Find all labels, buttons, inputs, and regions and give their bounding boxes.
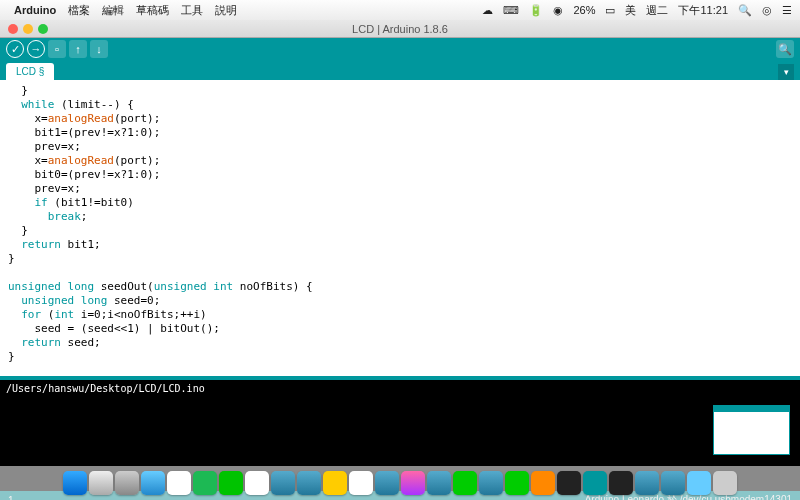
dock-app4[interactable] xyxy=(531,471,555,495)
zoom-button[interactable] xyxy=(38,24,48,34)
battery-icon[interactable]: 🔋 xyxy=(529,4,543,17)
code-editor[interactable]: } while (limit--) { x=analogRead(port); … xyxy=(0,80,800,376)
clock[interactable]: 下午11:21 xyxy=(678,3,728,18)
dock-notes[interactable] xyxy=(323,471,347,495)
dock-calendar[interactable] xyxy=(245,471,269,495)
spotlight-icon[interactable]: 🔍 xyxy=(738,4,752,17)
siri-icon[interactable]: ◎ xyxy=(762,4,772,17)
dock-photos[interactable] xyxy=(349,471,373,495)
dock-itunes[interactable] xyxy=(401,471,425,495)
window-title: LCD | Arduino 1.8.6 xyxy=(352,23,448,35)
open-button[interactable]: ↑ xyxy=(69,40,87,58)
new-button[interactable]: ▫ xyxy=(48,40,66,58)
dock-finder[interactable] xyxy=(63,471,87,495)
notifications-icon[interactable]: ☰ xyxy=(782,4,792,17)
dock-line[interactable] xyxy=(219,471,243,495)
dock-terminal[interactable] xyxy=(609,471,633,495)
menu-file[interactable]: 檔案 xyxy=(68,3,90,18)
dock-app6[interactable] xyxy=(661,471,685,495)
wifi-icon[interactable]: ◉ xyxy=(553,4,563,17)
minimize-button[interactable] xyxy=(23,24,33,34)
dock-safari[interactable] xyxy=(141,471,165,495)
tab-menu-button[interactable]: ▾ xyxy=(778,64,794,80)
battery-bar-icon: ▭ xyxy=(605,4,615,17)
tab-bar: LCD § ▾ xyxy=(0,60,800,80)
dock-facetime[interactable] xyxy=(453,471,477,495)
ime-indicator[interactable]: 美 xyxy=(625,3,636,18)
dock-appstore[interactable] xyxy=(375,471,399,495)
save-button[interactable]: ↓ xyxy=(90,40,108,58)
dock-settings[interactable] xyxy=(115,471,139,495)
window-titlebar: LCD | Arduino 1.8.6 xyxy=(0,20,800,38)
app-name[interactable]: Arduino xyxy=(14,4,56,16)
dock-spotify[interactable] xyxy=(193,471,217,495)
serial-monitor-button[interactable]: 🔍 xyxy=(776,40,794,58)
dock-arduino[interactable] xyxy=(583,471,607,495)
bluetooth-icon[interactable]: ⌨ xyxy=(503,4,519,17)
dock-app2[interactable] xyxy=(297,471,321,495)
dock-mail[interactable] xyxy=(427,471,451,495)
dock-messages[interactable] xyxy=(505,471,529,495)
arduino-toolbar: ✓ → ▫ ↑ ↓ 🔍 xyxy=(0,38,800,60)
menu-sketch[interactable]: 草稿碼 xyxy=(136,3,169,18)
verify-button[interactable]: ✓ xyxy=(6,40,24,58)
dock-trash[interactable] xyxy=(713,471,737,495)
macos-dock xyxy=(0,466,800,500)
menu-edit[interactable]: 編輯 xyxy=(102,3,124,18)
dock-chrome[interactable] xyxy=(167,471,191,495)
close-button[interactable] xyxy=(8,24,18,34)
dock-app5[interactable] xyxy=(635,471,659,495)
console-path: /Users/hanswu/Desktop/LCD/LCD.ino xyxy=(6,383,794,394)
menu-help[interactable]: 説明 xyxy=(215,3,237,18)
cloud-icon[interactable]: ☁ xyxy=(482,4,493,17)
dock-app3[interactable] xyxy=(479,471,503,495)
macos-menubar: Arduino 檔案 編輯 草稿碼 工具 説明 ☁ ⌨ 🔋 ◉ 26% ▭ 美 … xyxy=(0,0,800,20)
day-label: 週二 xyxy=(646,3,668,18)
menu-tools[interactable]: 工具 xyxy=(181,3,203,18)
battery-pct: 26% xyxy=(573,4,595,16)
dock-app1[interactable] xyxy=(271,471,295,495)
dock-launchpad[interactable] xyxy=(89,471,113,495)
upload-button[interactable]: → xyxy=(27,40,45,58)
pip-window[interactable] xyxy=(713,405,790,455)
tab-lcd[interactable]: LCD § xyxy=(6,63,54,80)
dock-steam[interactable] xyxy=(557,471,581,495)
dock-folder[interactable] xyxy=(687,471,711,495)
